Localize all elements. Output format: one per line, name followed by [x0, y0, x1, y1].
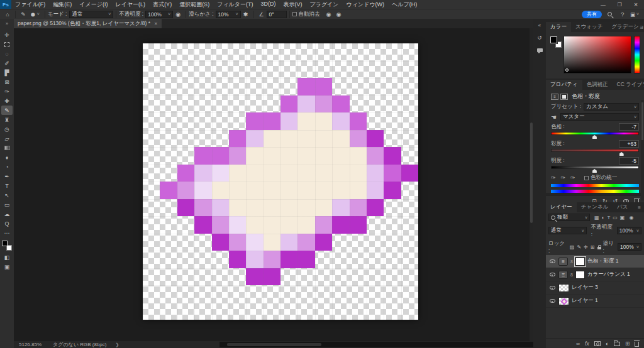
dodge-tool[interactable]: ◔ — [1, 162, 13, 171]
pen-tool[interactable]: ✒ — [1, 171, 13, 181]
hue-strip[interactable] — [634, 36, 640, 73]
link-layers-icon[interactable]: ∞ — [576, 340, 580, 347]
hue-value-input[interactable]: -7 — [619, 123, 639, 131]
search-icon[interactable] — [608, 12, 612, 16]
ps-logo-icon[interactable]: Ps — [0, 0, 11, 9]
layer-mask-thumbnail[interactable] — [575, 271, 585, 279]
eraser-tool[interactable]: ▱ — [1, 134, 13, 143]
opacity-pressure-icon[interactable]: ◉ — [173, 11, 183, 18]
status-menu-arrow-icon[interactable]: ❯ — [115, 342, 119, 347]
adjustment-layer-thumbnail[interactable]: Ξ — [558, 271, 568, 279]
quick-mask-button[interactable]: ◧ — [1, 253, 13, 262]
close-button[interactable]: ✕ — [628, 0, 644, 9]
mode-select[interactable]: 通常 ˅ — [69, 11, 113, 18]
properties-scrollbar[interactable] — [641, 100, 644, 200]
menu-item[interactable]: 3D(D) — [257, 1, 279, 9]
blend-mode-select[interactable]: 通常 ˅ — [548, 227, 587, 234]
brush-tool-icon[interactable]: ✎ — [18, 11, 28, 18]
layer-row-color-balance[interactable]: Ξ 8 カラーバランス 1 — [546, 268, 644, 281]
lasso-tool[interactable]: ◌ — [1, 49, 13, 58]
colorize-checkbox[interactable] — [584, 176, 589, 180]
color-field-cursor[interactable] — [565, 68, 569, 72]
share-button[interactable]: 共有 — [582, 11, 602, 18]
adjustment-layer-thumbnail[interactable]: ≡ — [558, 258, 568, 266]
lightness-slider-thumb[interactable] — [592, 169, 597, 173]
history-brush-tool[interactable]: ◷ — [1, 124, 13, 134]
help-icon[interactable]: ? — [618, 11, 628, 18]
menu-item[interactable]: 編集(E) — [49, 1, 75, 9]
scrollbar-thumb[interactable] — [530, 122, 533, 223]
layer-row-layer-3[interactable]: レイヤー 3 — [546, 281, 644, 295]
menu-item[interactable]: 書式(Y) — [149, 1, 175, 9]
marquee-tool[interactable] — [1, 40, 13, 49]
tab-paths[interactable]: パス — [613, 202, 632, 212]
gradient-tool[interactable] — [1, 143, 13, 153]
canvas[interactable] — [143, 43, 418, 320]
color-field[interactable] — [564, 36, 631, 73]
mask-link-icon[interactable]: 8 — [570, 273, 573, 277]
smoothing-gear-icon[interactable]: ✱ — [241, 11, 251, 18]
menu-item[interactable]: プラグイン — [306, 1, 342, 9]
eyedropper-tool[interactable]: ✑ — [1, 87, 13, 96]
foreground-color-swatch[interactable] — [550, 36, 557, 43]
targeted-adjustment-icon[interactable]: ☚ — [551, 114, 557, 121]
eyedropper-add-icon[interactable]: ✑ — [561, 175, 566, 181]
tab-gradients[interactable]: グラデーション — [607, 22, 644, 32]
tab-swatches[interactable]: スウォッチ — [571, 22, 608, 32]
hue-slider-thumb[interactable] — [592, 135, 597, 139]
lock-position-icon[interactable]: ✛ — [584, 244, 588, 250]
brush-tool[interactable]: ✎ — [1, 106, 13, 115]
layer-name[interactable]: レイヤー 1 — [572, 297, 598, 305]
filter-pixel-icon[interactable]: ▦ — [594, 215, 599, 220]
tab-color[interactable]: カラー — [546, 22, 571, 32]
fill-select[interactable]: 100% ˅ — [618, 243, 641, 251]
layer-thumbnail[interactable] — [558, 284, 569, 292]
document-horizontal-scrollbar[interactable] — [219, 342, 533, 347]
healing-brush-tool[interactable]: ✚ — [1, 96, 13, 106]
lock-transparent-icon[interactable]: ▨ — [570, 244, 575, 250]
object-selection-tool[interactable]: ✐ — [1, 58, 13, 68]
blur-tool[interactable]: ♦ — [1, 153, 13, 162]
lightness-slider[interactable] — [551, 166, 639, 169]
mask-link-icon[interactable]: 8 — [570, 259, 573, 264]
foreground-background-swatches[interactable] — [1, 240, 13, 251]
screen-mode-button[interactable]: ▣ — [1, 262, 13, 271]
zoom-tool[interactable]: Q — [1, 219, 13, 228]
tab-channels[interactable]: チャンネル — [577, 202, 613, 212]
collapse-panels-chevron[interactable]: « — [534, 20, 545, 30]
layer-visibility-eye-icon[interactable] — [550, 259, 555, 263]
brush-preset-picker[interactable]: ⬤ ˅ — [31, 12, 40, 16]
layer-thumbnail[interactable] — [558, 297, 569, 305]
layer-name[interactable]: レイヤー 3 — [572, 284, 598, 291]
layer-name[interactable]: 色相・彩度 1 — [587, 258, 619, 265]
scrollbar-thumb[interactable] — [227, 343, 321, 346]
document-tab[interactable]: paper.png @ 5130% (色相・彩度1, レイヤーマスク/8) * … — [14, 19, 162, 28]
tab-close-icon[interactable]: ✕ — [154, 21, 158, 26]
color-fg-bg-swatches[interactable] — [550, 36, 561, 75]
workspace-switcher[interactable]: ▣ ˅ — [630, 11, 639, 18]
frame-tool[interactable]: ⊠ — [1, 77, 13, 87]
zoom-level-field[interactable]: 5126.85% — [19, 342, 42, 347]
tab-adjustments[interactable]: 色調補正 — [582, 80, 613, 90]
history-panel-icon[interactable]: ↺ — [534, 33, 545, 43]
layer-row-hue-saturation[interactable]: ≡ 8 色相・彩度 1 — [546, 255, 644, 268]
panel-menu-icon[interactable]: ≡ — [635, 202, 644, 212]
smoothing-select[interactable]: 10% ˅ — [216, 11, 241, 18]
foreground-color-swatch[interactable] — [2, 241, 8, 246]
restore-button[interactable]: ❐ — [611, 0, 628, 9]
preset-select[interactable]: カスタム ˅ — [584, 103, 639, 111]
menu-item[interactable]: 表示(V) — [279, 1, 306, 9]
auto-erase-checkbox[interactable]: 自動消去 — [292, 11, 320, 18]
crop-tool[interactable]: ▛ — [1, 68, 13, 77]
filter-type-icon[interactable]: T — [607, 215, 610, 220]
menu-item[interactable]: 選択範囲(S) — [175, 1, 213, 9]
menu-item[interactable]: ファイル(F) — [11, 1, 49, 9]
layer-style-fx-icon[interactable]: fx — [585, 340, 589, 347]
comments-panel-icon[interactable] — [534, 45, 545, 55]
hand-tool[interactable]: ☁ — [1, 209, 13, 219]
add-mask-icon[interactable] — [594, 341, 601, 346]
path-selection-tool[interactable]: ↖ — [1, 190, 13, 200]
toolbar-expand-chevron[interactable]: » — [0, 19, 14, 28]
size-pressure-icon[interactable]: ◉ — [334, 11, 344, 18]
clone-stamp-tool[interactable]: ♜ — [1, 115, 13, 124]
